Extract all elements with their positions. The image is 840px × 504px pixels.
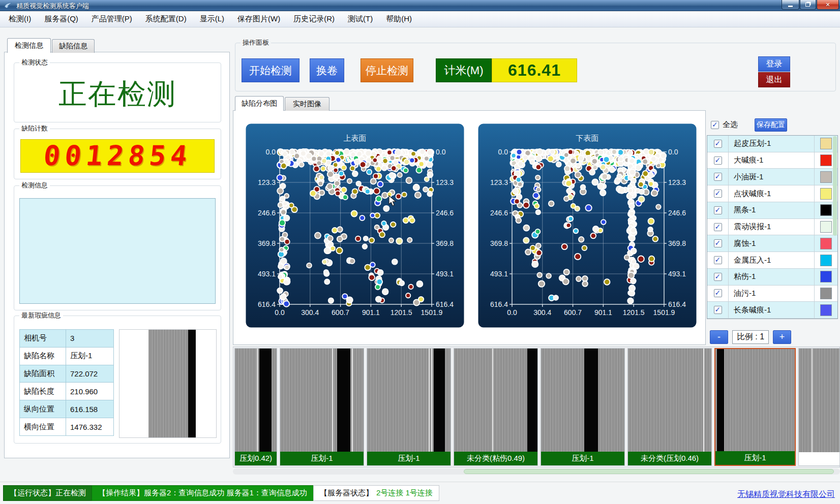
table-row: 相机号 3	[20, 330, 114, 348]
defect-thumbnail[interactable]	[798, 348, 840, 466]
defect-thumbnail[interactable]: 压划0.42)	[234, 348, 277, 466]
table-row: 缺陷长度 210.960	[20, 383, 114, 400]
menu-item-help[interactable]: 帮助(H)	[379, 12, 418, 26]
maximize-button[interactable]	[800, 0, 816, 10]
minimize-button[interactable]	[782, 0, 799, 10]
tab-detect-info-label: 检测信息	[15, 41, 43, 50]
svg-text:616.4: 616.4	[258, 300, 276, 308]
defect-thumbnail-strip: 压划0.42) 压划-1 压划-1 未分类(粘伤0.49) 压划-1 未分类(压…	[233, 346, 840, 467]
defect-type-legend: 起皮压划-1 大碱痕-1 小油斑-1 点状碱痕-1 黑条-1 震动误报-1	[707, 135, 838, 319]
menu-item-test[interactable]: 测试(T)	[341, 12, 379, 26]
legend-item[interactable]: 大碱痕-1	[707, 152, 837, 169]
defect-thumbnail[interactable]: 压划-1	[280, 348, 364, 466]
legend-checkbox[interactable]	[714, 206, 722, 214]
legend-label: 腐蚀-1	[729, 239, 814, 248]
menu-item-server[interactable]: 服务器(Q)	[38, 12, 85, 26]
tab-defect-info-label: 缺陷信息	[59, 42, 87, 51]
legend-item[interactable]: 点状碱痕-1	[707, 185, 837, 202]
menu-item-detect[interactable]: 检测(I)	[2, 12, 38, 26]
row-value: 压划-1	[66, 347, 113, 365]
legend-checkbox[interactable]	[714, 289, 722, 297]
select-all-checkbox[interactable]	[711, 121, 719, 129]
svg-text:616.4: 616.4	[490, 300, 508, 308]
legend-checkbox[interactable]	[714, 223, 722, 231]
legend-checkbox[interactable]	[714, 306, 722, 314]
menu-item-config[interactable]: 系统配置(D)	[139, 12, 193, 26]
legend-item[interactable]: 长条碱痕-1	[707, 302, 837, 319]
detect-status-group: 检测状态 正在检测	[14, 62, 221, 122]
legend-scrollbar[interactable]	[833, 136, 837, 236]
legend-checkbox[interactable]	[714, 256, 722, 264]
color-swatch	[820, 204, 832, 216]
table-row: 横向位置 1476.332	[20, 418, 114, 436]
legend-checkbox[interactable]	[714, 156, 722, 165]
defect-thumbnail[interactable]: 压划-1	[541, 348, 625, 466]
tab-detect-info[interactable]: 检测信息	[7, 38, 51, 53]
row-value: 1476.332	[66, 418, 113, 436]
defect-thumbnail[interactable]: 未分类(压划0.46)	[627, 348, 712, 466]
legend-label: 长条碱痕-1	[729, 305, 814, 315]
detect-status-value: 正在检测	[14, 75, 221, 114]
scale-plus-button[interactable]: +	[773, 330, 791, 344]
defect-stripe	[188, 330, 196, 437]
legend-item[interactable]: 金属压入-1	[707, 252, 837, 269]
detect-status-label: 检测状态	[19, 58, 50, 67]
thumbnail-image	[280, 349, 364, 452]
legend-checkbox[interactable]	[714, 273, 722, 281]
detect-info-label: 检测信息	[19, 181, 50, 190]
close-button[interactable]: ✕	[817, 0, 839, 10]
legend-item[interactable]: 起皮压划-1	[707, 136, 837, 152]
thumbnail-label: 压划-1	[715, 451, 795, 465]
svg-text:123.3: 123.3	[490, 178, 508, 186]
tab-defect-map[interactable]: 缺陷分布图	[235, 96, 284, 111]
legend-item[interactable]: 腐蚀-1	[707, 235, 837, 252]
menu-item-product[interactable]: 产品管理(P)	[85, 12, 139, 26]
detect-info-group: 检测信息	[14, 185, 221, 310]
company-link[interactable]: 无锡精质视觉科技有限公司	[737, 489, 835, 500]
defect-count-label: 缺陷计数	[19, 124, 50, 133]
legend-item[interactable]: 黑条-1	[707, 202, 837, 219]
legend-label: 大碱痕-1	[729, 155, 814, 165]
thumbnail-label: 压划-1	[367, 452, 451, 465]
exit-button[interactable]: 退出	[758, 72, 790, 87]
row-value: 616.158	[66, 400, 113, 418]
tab-defect-map-label: 缺陷分布图	[242, 99, 277, 108]
legend-item[interactable]: 小油斑-1	[707, 169, 837, 185]
legend-checkbox[interactable]	[714, 190, 722, 198]
change-roll-button[interactable]: 换卷	[310, 58, 344, 82]
legend-item[interactable]: 震动误报-1	[707, 219, 837, 236]
latest-defect-group: 最新瑕疵信息 相机号 3 缺陷名称 压划-1 缺陷面积 722.072 缺陷长度…	[14, 316, 221, 444]
defect-thumbnail[interactable]: 未分类(粘伤0.49)	[454, 348, 538, 466]
legend-checkbox[interactable]	[714, 239, 722, 247]
defect-thumbnail-selected[interactable]: 压划-1	[714, 348, 796, 466]
legend-item[interactable]: 油污-1	[707, 286, 837, 302]
thumbnail-scrollbar[interactable]	[233, 468, 840, 475]
legend-checkbox[interactable]	[714, 140, 722, 148]
scrollbar-thumb[interactable]	[464, 469, 834, 474]
thumbnail-label: 压划-1	[280, 452, 364, 465]
defect-thumbnail[interactable]: 压划-1	[367, 348, 451, 466]
save-config-button[interactable]: 保存配置	[755, 118, 787, 132]
start-detect-button[interactable]: 开始检测	[242, 58, 299, 82]
scale-minus-button[interactable]: -	[710, 330, 728, 344]
legend-label: 黑条-1	[729, 205, 814, 215]
login-button[interactable]: 登录	[758, 56, 790, 72]
menu-item-save-image[interactable]: 保存图片(W)	[231, 12, 287, 26]
svg-text:369.8: 369.8	[490, 239, 508, 247]
svg-text:123.3: 123.3	[668, 178, 686, 186]
legend-item[interactable]: 粘伤-1	[707, 269, 837, 286]
stop-detect-button[interactable]: 停止检测	[361, 58, 413, 82]
menu-item-display[interactable]: 显示(L)	[193, 12, 231, 26]
row-key: 缺陷面积	[20, 365, 66, 383]
svg-text:369.8: 369.8	[436, 239, 454, 247]
server-status-label: 【服务器状态】	[320, 488, 373, 498]
thumbnail-image	[541, 349, 624, 452]
scatter-plot-top-surface: 上表面0.00.00.0123.3123.3300.4246.6246.6600…	[246, 123, 464, 328]
legend-checkbox[interactable]	[714, 173, 722, 181]
table-row: 缺陷面积 722.072	[20, 365, 114, 383]
tab-defect-info[interactable]: 缺陷信息	[52, 39, 95, 53]
svg-text:1501.9: 1501.9	[653, 308, 675, 317]
latest-defect-label: 最新瑕疵信息	[19, 311, 63, 320]
menu-item-history[interactable]: 历史记录(R)	[287, 12, 341, 26]
tab-live-image[interactable]: 实时图像	[285, 97, 329, 111]
